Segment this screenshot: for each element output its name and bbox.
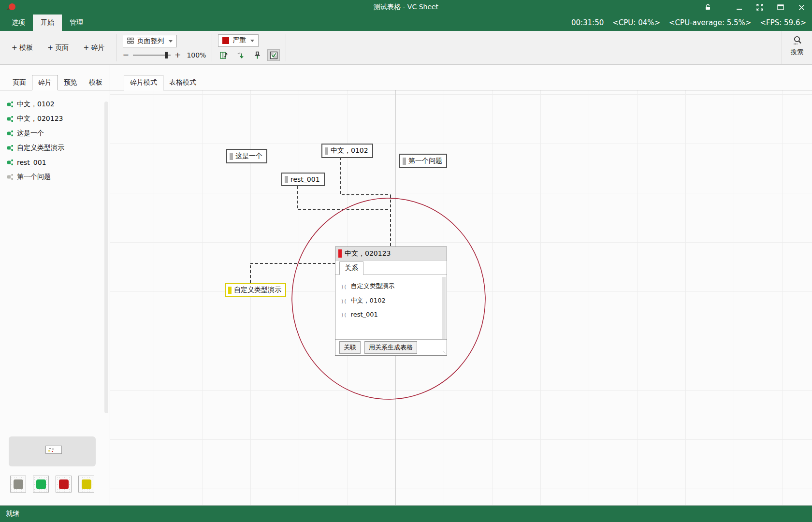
sidebar-tabstrip: 页面 碎片 预览 模板 bbox=[0, 65, 110, 90]
sidebar-scrollbar[interactable] bbox=[104, 102, 108, 413]
swatch-gray-chip bbox=[14, 479, 23, 489]
panel-header[interactable]: 中文，020123 bbox=[335, 247, 447, 261]
minimap-node-marker bbox=[49, 448, 51, 449]
severity-dropdown[interactable]: 严重 bbox=[218, 34, 259, 47]
relation-icon bbox=[341, 297, 348, 304]
list-item[interactable]: 中文，0102 bbox=[0, 97, 110, 112]
minimap[interactable] bbox=[9, 436, 96, 466]
pin-icon[interactable] bbox=[251, 49, 263, 61]
node-card[interactable]: 第一个问题 bbox=[399, 154, 447, 168]
node-card[interactable]: 中文，0102 bbox=[321, 144, 373, 158]
menubar: 选项 开始 管理 00:31:50 <CPU: 04%> <CPU-averag… bbox=[0, 14, 812, 31]
zoom-level: 100% bbox=[187, 51, 206, 59]
list-item[interactable]: 自定义类型演示 bbox=[0, 141, 110, 155]
sidebar-tab-pages[interactable]: 页面 bbox=[7, 75, 32, 90]
list-item-label: 自定义类型演示 bbox=[17, 144, 64, 152]
tiles-icon bbox=[127, 37, 134, 45]
table-insert-icon[interactable] bbox=[218, 49, 231, 61]
list-item[interactable]: 这是一个 bbox=[0, 126, 110, 141]
swatch-red[interactable] bbox=[56, 476, 72, 493]
performance-stats: 00:31:50 <CPU: 04%> <CPU-average: 5.5%> … bbox=[571, 14, 806, 31]
swatch-gray[interactable] bbox=[10, 476, 26, 493]
menu-tab-home[interactable]: 开始 bbox=[33, 14, 62, 31]
node-card[interactable]: 这是一个 bbox=[226, 149, 267, 163]
canvas-area: 碎片模式 表格模式 这是一个 中文，0102 bbox=[110, 65, 812, 505]
window-controls bbox=[704, 0, 805, 14]
titlebar: 测试表格 - VC Sheet bbox=[0, 0, 812, 14]
menu-tabs: 选项 开始 管理 bbox=[0, 14, 91, 31]
add-fragment-button[interactable]: + 碎片 bbox=[78, 41, 109, 55]
node-severity-bar bbox=[325, 147, 328, 155]
lock-icon[interactable] bbox=[704, 3, 711, 11]
clock-readout: 00:31:50 bbox=[571, 18, 604, 27]
node-severity-bar bbox=[228, 287, 232, 294]
connector-line bbox=[297, 186, 391, 209]
minimize-button[interactable] bbox=[735, 3, 743, 11]
fragment-icon bbox=[7, 116, 14, 122]
search-icon bbox=[791, 35, 803, 47]
add-template-button[interactable]: + 模板 bbox=[7, 41, 38, 55]
node-card-highlighted[interactable]: 自定义类型演示 bbox=[225, 283, 286, 297]
diagram-canvas[interactable]: 这是一个 中文，0102 rest_001 第一个问题 自定义类型演示 bbox=[110, 90, 812, 505]
list-item[interactable]: rest_001 bbox=[0, 155, 110, 170]
menu-tab-manage[interactable]: 管理 bbox=[62, 14, 91, 31]
sidebar: 页面 碎片 预览 模板 中文，0102 中文，020123 这是一个 bbox=[0, 65, 110, 505]
zoom-out-button[interactable]: − bbox=[123, 51, 129, 59]
fullscreen-button[interactable] bbox=[756, 3, 764, 11]
relation-item[interactable]: 中文，0102 bbox=[335, 293, 447, 308]
list-item[interactable]: 第一个问题 bbox=[0, 170, 110, 184]
node-card[interactable]: rest_001 bbox=[281, 173, 325, 186]
fragment-icon bbox=[7, 159, 14, 166]
zoom-slider[interactable] bbox=[133, 55, 171, 56]
sidebar-tab-preview[interactable]: 预览 bbox=[58, 75, 83, 90]
relation-icon bbox=[341, 283, 348, 290]
node-label: 这是一个 bbox=[235, 152, 262, 160]
minimap-viewport[interactable] bbox=[45, 446, 62, 454]
zoom-in-button[interactable]: + bbox=[174, 51, 181, 59]
statusbar: 就绪 bbox=[0, 505, 812, 522]
cpu-readout: <CPU: 04%> bbox=[612, 18, 660, 27]
select-grid-icon[interactable] bbox=[267, 49, 280, 61]
severity-label: 严重 bbox=[232, 36, 246, 45]
relation-item[interactable]: 自定义类型演示 bbox=[335, 279, 447, 293]
close-button[interactable] bbox=[798, 3, 805, 11]
node-severity-bar bbox=[403, 158, 406, 165]
generate-table-button[interactable]: 用关系生成表格 bbox=[364, 341, 417, 354]
list-item-label: 中文，020123 bbox=[17, 115, 63, 123]
swatch-yellow[interactable] bbox=[78, 476, 94, 493]
node-severity-bar bbox=[285, 176, 288, 183]
relation-list: 自定义类型演示 中文，0102 rest_001 bbox=[335, 275, 447, 321]
sidebar-tab-fragments[interactable]: 碎片 bbox=[32, 75, 58, 90]
tab-fragment-mode[interactable]: 碎片模式 bbox=[124, 75, 163, 90]
chevron-down-icon bbox=[169, 40, 173, 43]
minimap-node-marker bbox=[52, 451, 53, 452]
add-group: + 模板 + 页面 + 碎片 bbox=[0, 31, 116, 64]
search-button[interactable]: 搜索 bbox=[782, 31, 812, 64]
connector-line bbox=[250, 263, 335, 283]
tab-table-mode[interactable]: 表格模式 bbox=[163, 75, 202, 90]
zoom-slider-thumb[interactable] bbox=[165, 52, 168, 58]
status-text: 就绪 bbox=[6, 509, 19, 518]
node-label: rest_001 bbox=[290, 175, 320, 183]
menu-tab-options[interactable]: 选项 bbox=[4, 14, 33, 31]
swatch-green-chip bbox=[36, 479, 46, 489]
sidebar-tab-templates[interactable]: 模板 bbox=[83, 75, 108, 90]
flow-arrow-icon[interactable] bbox=[234, 49, 247, 61]
minimap-node-marker bbox=[48, 450, 50, 451]
swatch-green[interactable] bbox=[33, 476, 49, 493]
page-arrange-label: 页面整列 bbox=[137, 37, 164, 45]
panel-scrollbar[interactable] bbox=[442, 277, 446, 339]
add-page-button[interactable]: + 页面 bbox=[43, 41, 73, 55]
associate-button[interactable]: 关联 bbox=[339, 341, 361, 354]
relation-item[interactable]: rest_001 bbox=[335, 308, 447, 321]
toolbar-spacer bbox=[286, 31, 782, 64]
list-item[interactable]: 中文，020123 bbox=[0, 112, 110, 126]
resize-grip[interactable] bbox=[442, 351, 446, 354]
maximize-button[interactable] bbox=[777, 3, 784, 11]
color-swatches bbox=[10, 476, 94, 493]
page-arrange-dropdown[interactable]: 页面整列 bbox=[123, 35, 177, 47]
panel-footer: 关联 用关系生成表格 bbox=[335, 339, 447, 355]
severity-color-swatch bbox=[222, 37, 229, 44]
tab-relations[interactable]: 关系 bbox=[339, 261, 363, 275]
zoom-control: − + 100% bbox=[123, 50, 206, 60]
